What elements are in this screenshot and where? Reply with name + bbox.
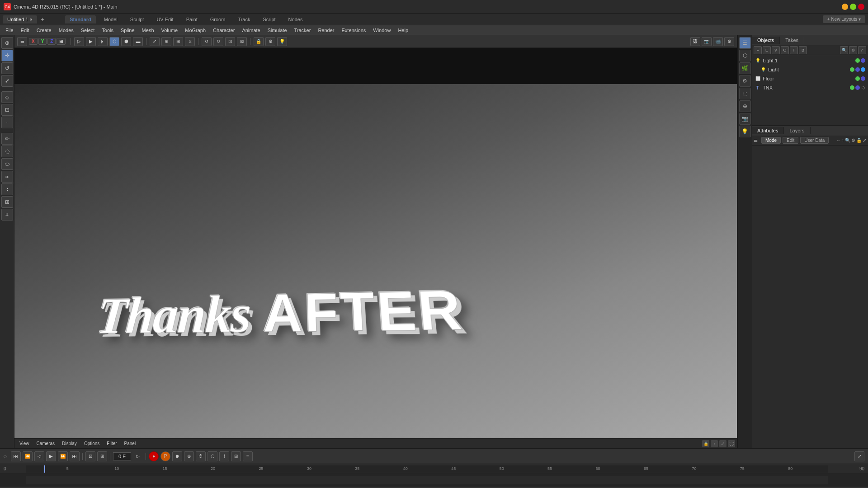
axis-x-button[interactable]: X (29, 38, 38, 45)
menu-file[interactable]: File (2, 27, 17, 34)
obj-tool-bookmarks[interactable]: B (799, 46, 807, 54)
tab-objects[interactable]: Objects (752, 37, 780, 44)
tl-key-sel[interactable]: ⊕ (184, 451, 194, 461)
obj-expand[interactable]: ⤢ (858, 46, 866, 54)
view-icon-expand[interactable]: ⤢ (719, 440, 726, 447)
tool-move[interactable]: ✛ (1, 50, 13, 61)
menu-render[interactable]: Render (314, 27, 338, 34)
tab-nodes[interactable]: Nodes (284, 15, 307, 23)
vp-menu-icon[interactable]: ☰ (17, 37, 27, 46)
ri-render[interactable]: ◌ (739, 88, 751, 99)
attr-up[interactable]: ↑ (842, 138, 844, 143)
vp-light[interactable]: 💡 (277, 37, 287, 46)
tab-standard[interactable]: Standard (65, 15, 96, 23)
vp-render-multi[interactable]: ⚙ (724, 37, 734, 46)
obj-tool-edit[interactable]: E (763, 46, 771, 54)
obj-item-floor[interactable]: ⬜ Floor (753, 74, 867, 83)
tool-knife[interactable]: ⌗ (1, 209, 13, 221)
obj-tool-view[interactable]: V (772, 46, 780, 54)
menu-extensions[interactable]: Extensions (338, 27, 369, 34)
maximize-button[interactable] (850, 4, 856, 10)
obj-item-light1[interactable]: 💡 Light.1 (753, 56, 867, 65)
axis-all-button[interactable]: ⊞ (57, 38, 66, 45)
tool-stamp[interactable]: ⊞ (1, 196, 13, 208)
obj-tool-tags[interactable]: T (790, 46, 798, 54)
tool-polygon[interactable]: ◇ (1, 91, 13, 103)
attr-mode[interactable]: Mode (761, 137, 781, 144)
tl-layers-tl[interactable]: ≡ (243, 451, 253, 461)
tool-edge[interactable]: ⊡ (1, 104, 13, 116)
vp-perspective[interactable]: ⬡ (109, 37, 119, 46)
view-icon-fullscreen[interactable]: ⛶ (728, 440, 735, 447)
menu-help[interactable]: Help (394, 27, 412, 34)
view-menu-panel[interactable]: Panel (121, 440, 139, 447)
attr-menu-icon[interactable]: ☰ (754, 138, 758, 143)
vp-undo-rot[interactable]: ↺ (202, 37, 212, 46)
tl-prev-frame[interactable]: ⏪ (23, 451, 33, 461)
tl-frame-nav[interactable]: ▷ (133, 451, 143, 461)
view-menu-view[interactable]: View (16, 440, 33, 447)
tab-paint[interactable]: Paint (182, 15, 202, 23)
tab-sculpt[interactable]: Sculpt (126, 15, 149, 23)
tab-takes[interactable]: Takes (780, 37, 804, 44)
tab-track[interactable]: Track (233, 15, 255, 23)
menu-tools[interactable]: Tools (98, 27, 117, 34)
minimize-button[interactable] (842, 4, 848, 10)
tl-next-frame[interactable]: ⏩ (58, 451, 68, 461)
tab-layers[interactable]: Layers (784, 127, 810, 134)
tool-fill[interactable]: ⬭ (1, 158, 13, 170)
ri-settings[interactable]: ⚙ (739, 75, 751, 87)
menu-simulate[interactable]: Simulate (264, 27, 291, 34)
axis-y-button[interactable]: Y (38, 38, 47, 45)
vp-grid[interactable]: ⊞ (173, 37, 183, 46)
obj-item-light[interactable]: 💡 Light (753, 65, 867, 74)
vp-render-pic[interactable]: 🖼 (690, 37, 700, 46)
menu-window[interactable]: Window (369, 27, 394, 34)
menu-mograph[interactable]: MoGraph (181, 27, 209, 34)
tool-rotate[interactable]: ↺ (1, 62, 13, 74)
tl-go-end[interactable]: ⏭ (70, 451, 80, 461)
tool-paint[interactable]: ✏ (1, 133, 13, 145)
vp-snap[interactable]: ⧖ (185, 37, 195, 46)
layout-tab-untitled[interactable]: Untitled 1 × (3, 15, 37, 23)
tab-uvedit[interactable]: UV Edit (152, 15, 178, 23)
tl-fullscreen[interactable]: ⤢ (854, 451, 864, 461)
tl-ruler-track[interactable]: 5 10 15 20 25 30 35 40 45 50 55 60 65 70… (26, 465, 828, 473)
tl-record-auto[interactable]: ⊞ (97, 451, 107, 461)
view-menu-options[interactable]: Options (81, 440, 103, 447)
obj-search[interactable]: 🔍 (840, 46, 848, 54)
menu-edit[interactable]: Edit (17, 27, 33, 34)
close-button[interactable] (858, 4, 864, 10)
menu-character[interactable]: Character (209, 27, 238, 34)
tl-frame-current[interactable]: 0 F (113, 452, 131, 460)
menu-modes[interactable]: Modes (55, 27, 77, 34)
ri-light[interactable]: 💡 (739, 126, 751, 137)
view-menu-filter[interactable]: Filter (104, 440, 120, 447)
layout-tab-add[interactable]: + (38, 15, 47, 24)
ri-timeline2[interactable]: 📷 (739, 113, 751, 125)
vp-render-active[interactable]: ⏵ (98, 37, 108, 46)
tab-script[interactable]: Script (258, 15, 280, 23)
tool-point[interactable]: · (1, 117, 13, 128)
menu-create[interactable]: Create (33, 27, 55, 34)
new-layouts-button[interactable]: + New Layouts ▾ (823, 15, 865, 23)
obj-item-tnx[interactable]: T TNX ⬡ (753, 83, 867, 92)
axis-z-button[interactable]: Z (47, 38, 56, 45)
view-menu-display[interactable]: Display (59, 440, 80, 447)
menu-select[interactable]: Select (77, 27, 99, 34)
menu-animate[interactable]: Animate (238, 27, 264, 34)
attr-expand[interactable]: ⤢ (863, 138, 866, 143)
tab-model[interactable]: Model (99, 15, 122, 23)
view-icon-up[interactable]: ↑ (711, 440, 718, 447)
viewport-canvas[interactable]: Thanks AFTER (14, 48, 737, 438)
ri-objects[interactable]: ☰ (739, 37, 751, 49)
tl-play-button[interactable]: ▶ (46, 451, 56, 461)
obj-tool-file[interactable]: F (754, 46, 762, 54)
tl-main-track[interactable] (26, 476, 828, 484)
vp-coord[interactable]: ⊕ (161, 37, 171, 46)
tl-record-pos[interactable]: P (160, 451, 170, 461)
menu-mesh[interactable]: Mesh (138, 27, 158, 34)
vp-settings2[interactable]: ⚙ (265, 37, 275, 46)
obj-settings[interactable]: ⚙ (849, 46, 857, 54)
tl-curves[interactable]: ⌇ (219, 451, 229, 461)
